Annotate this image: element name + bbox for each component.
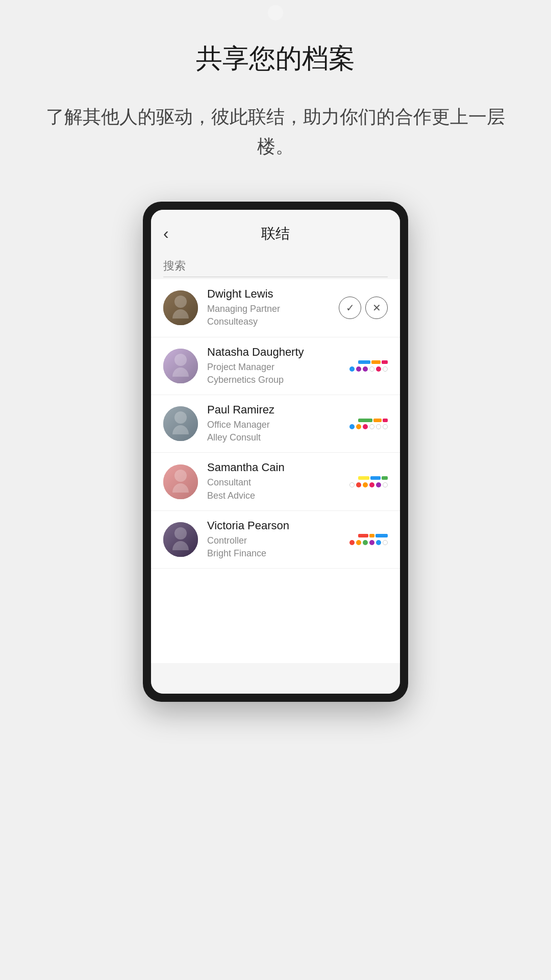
app-header: ‹ 联结 bbox=[151, 210, 400, 251]
profile-bars-samantha bbox=[349, 476, 388, 487]
avatar-dwight bbox=[163, 290, 198, 325]
profile-dot bbox=[356, 540, 361, 545]
tablet-device: ‹ 联结 Dwight LewisManaging Partner Consul… bbox=[143, 202, 408, 702]
search-input[interactable] bbox=[163, 255, 388, 277]
contact-item-samantha[interactable]: Samantha CainConsultant Best Advice bbox=[151, 453, 400, 510]
contact-role-victoria: Controller Bright Finance bbox=[207, 534, 349, 560]
contact-role-dwight: Managing Partner Consulteasy bbox=[207, 303, 339, 328]
action-buttons-dwight: ✓✕ bbox=[339, 297, 388, 319]
profile-bars-paul bbox=[349, 418, 388, 429]
profile-dot bbox=[376, 482, 381, 487]
tablet-screen: ‹ 联结 Dwight LewisManaging Partner Consul… bbox=[151, 210, 400, 694]
contact-name-samantha: Samantha Cain bbox=[207, 461, 349, 474]
reject-button-dwight[interactable]: ✕ bbox=[365, 297, 388, 319]
contact-item-natasha[interactable]: Natasha DaughertyProject Manager Cyberne… bbox=[151, 337, 400, 395]
contact-list: Dwight LewisManaging Partner Consulteasy… bbox=[151, 279, 400, 663]
profile-dot bbox=[356, 366, 361, 372]
contact-info-victoria: Victoria PearsonController Bright Financ… bbox=[207, 519, 349, 560]
avatar-natasha bbox=[163, 349, 198, 383]
profile-dot bbox=[356, 482, 361, 487]
profile-dot bbox=[383, 424, 388, 429]
avatar-paul bbox=[163, 406, 198, 441]
contact-info-samantha: Samantha CainConsultant Best Advice bbox=[207, 461, 349, 502]
contact-info-natasha: Natasha DaughertyProject Manager Cyberne… bbox=[207, 346, 349, 386]
contact-name-natasha: Natasha Daugherty bbox=[207, 346, 349, 359]
contact-role-samantha: Consultant Best Advice bbox=[207, 476, 349, 502]
profile-dot bbox=[383, 540, 388, 545]
contact-role-paul: Office Manager Alley Consult bbox=[207, 419, 349, 444]
avatar-victoria bbox=[163, 522, 198, 557]
avatar-samantha bbox=[163, 464, 198, 499]
profile-bars-victoria bbox=[349, 534, 388, 545]
profile-dot bbox=[369, 540, 374, 545]
profile-dot bbox=[349, 540, 355, 545]
profile-dot bbox=[349, 424, 355, 429]
profile-dot bbox=[349, 366, 355, 372]
profile-dot bbox=[349, 482, 355, 487]
contact-role-natasha: Project Manager Cybernetics Group bbox=[207, 361, 349, 386]
accept-button-dwight[interactable]: ✓ bbox=[339, 297, 361, 319]
search-container bbox=[151, 251, 400, 279]
contact-name-dwight: Dwight Lewis bbox=[207, 287, 339, 301]
app-header-title: 联结 bbox=[151, 224, 400, 243]
contact-name-paul: Paul Ramirez bbox=[207, 403, 349, 416]
profile-dot bbox=[376, 366, 381, 372]
contact-info-paul: Paul RamirezOffice Manager Alley Consult bbox=[207, 403, 349, 444]
contact-item-victoria[interactable]: Victoria PearsonController Bright Financ… bbox=[151, 511, 400, 569]
contact-item-dwight[interactable]: Dwight LewisManaging Partner Consulteasy… bbox=[151, 279, 400, 337]
profile-dot bbox=[363, 366, 368, 372]
contact-name-victoria: Victoria Pearson bbox=[207, 519, 349, 532]
profile-dot bbox=[356, 424, 361, 429]
tablet-bottom bbox=[151, 663, 400, 694]
profile-dot bbox=[363, 540, 368, 545]
profile-dot bbox=[369, 424, 374, 429]
contact-info-dwight: Dwight LewisManaging Partner Consulteasy bbox=[207, 287, 339, 328]
page-title: 共享您的档案 bbox=[196, 41, 355, 77]
profile-dot bbox=[363, 424, 368, 429]
profile-dot bbox=[383, 482, 388, 487]
page-subtitle: 了解其他人的驱动，彼此联结，助力你们的合作更上一层楼。 bbox=[0, 102, 551, 161]
profile-dot bbox=[363, 482, 368, 487]
contact-item-paul[interactable]: Paul RamirezOffice Manager Alley Consult bbox=[151, 395, 400, 453]
profile-bars-natasha bbox=[349, 360, 388, 372]
profile-dot bbox=[369, 482, 374, 487]
profile-dot bbox=[383, 366, 388, 372]
profile-dot bbox=[369, 366, 374, 372]
profile-dot bbox=[376, 424, 381, 429]
profile-dot bbox=[376, 540, 381, 545]
